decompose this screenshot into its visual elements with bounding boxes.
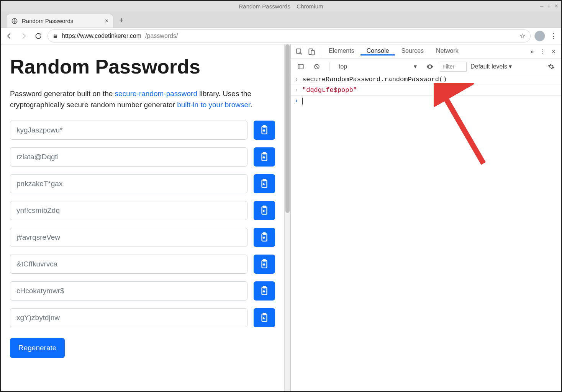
regenerate-button[interactable]: Regenerate: [10, 338, 65, 358]
copy-password-button[interactable]: [254, 147, 275, 167]
nav-forward-button[interactable]: [18, 31, 29, 41]
svg-rect-20: [298, 64, 303, 69]
nav-reload-button[interactable]: [33, 31, 44, 41]
console-line-input: › secureRandomPassword.randomPassword(): [291, 74, 561, 85]
console-filter-input[interactable]: [440, 62, 467, 72]
lock-icon: [52, 33, 58, 39]
devtools-panel: ElementsConsoleSourcesNetwork » ⋮ × top …: [290, 44, 561, 391]
console-context-label: top: [339, 63, 347, 70]
copy-password-button[interactable]: [254, 121, 275, 140]
svg-rect-10: [263, 233, 266, 234]
console-prompt[interactable]: ›: [291, 96, 561, 106]
console-result-text: "dqdgLfe$popb": [302, 87, 357, 94]
svg-rect-4: [263, 152, 266, 154]
svg-rect-2: [263, 126, 266, 127]
omnibox[interactable]: https://www.codetinkerer.com/passwords/ …: [48, 29, 531, 42]
clipboard-paste-icon: [259, 232, 269, 242]
console-prompt-chevron-icon: ›: [294, 97, 299, 105]
console-levels-label: Default levels: [470, 63, 507, 70]
copy-password-button[interactable]: [254, 174, 275, 193]
password-input[interactable]: [10, 201, 247, 220]
link-built-in-browser[interactable]: built-in to your browser: [177, 101, 250, 109]
password-input[interactable]: [10, 121, 247, 140]
url-host: https://www.codetinkerer.com: [62, 33, 141, 39]
password-row: [10, 228, 275, 247]
svg-rect-12: [263, 260, 266, 261]
console-input-chevron-icon: ›: [294, 76, 299, 83]
link-secure-random-password[interactable]: secure-random-password: [115, 90, 197, 98]
console-settings-icon[interactable]: [545, 60, 557, 73]
password-row: [10, 174, 275, 193]
password-input[interactable]: [10, 228, 247, 247]
window-titlebar: Random Passwords – Chromium – + ×: [1, 1, 561, 11]
bookmark-star-icon[interactable]: ☆: [519, 32, 526, 40]
svg-rect-16: [263, 313, 266, 315]
devtools-tab-console[interactable]: Console: [360, 47, 395, 56]
clipboard-paste-icon: [259, 179, 269, 189]
console-context-select[interactable]: top ▾: [336, 61, 420, 72]
device-toolbar-icon[interactable]: [305, 46, 318, 58]
devtools-tab-network[interactable]: Network: [430, 47, 465, 54]
tabstrip: Random Passwords × +: [1, 11, 561, 28]
clipboard-paste-icon: [259, 286, 269, 296]
clipboard-paste-icon: [259, 152, 269, 162]
svg-rect-14: [263, 286, 266, 288]
password-row: [10, 281, 275, 301]
nav-back-button[interactable]: [4, 31, 15, 41]
profile-avatar[interactable]: [534, 31, 545, 41]
browser-menu-icon[interactable]: ⋮: [549, 32, 558, 40]
window-minimize-icon[interactable]: –: [540, 3, 543, 10]
password-input[interactable]: [10, 281, 247, 301]
window-close-icon[interactable]: ×: [555, 3, 558, 10]
clipboard-paste-icon: [259, 206, 269, 216]
clipboard-paste-icon: [259, 125, 269, 135]
devtools-tabbar: ElementsConsoleSourcesNetwork » ⋮ ×: [291, 44, 561, 59]
console-levels-select[interactable]: Default levels ▾: [470, 63, 512, 70]
page-title: Random Passwords: [10, 55, 275, 78]
copy-password-button[interactable]: [254, 201, 275, 220]
live-expression-icon[interactable]: [424, 60, 436, 73]
intro-text: .: [250, 101, 252, 109]
page-viewport: Random Passwords Password generator buil…: [1, 44, 290, 391]
copy-password-button[interactable]: [254, 255, 275, 274]
password-row: [10, 121, 275, 140]
console-output-chevron-icon: ‹: [294, 87, 299, 94]
new-tab-button[interactable]: +: [116, 15, 127, 26]
intro-text: Password generator built on the: [10, 90, 115, 98]
password-input[interactable]: [10, 255, 247, 274]
console-toolbar: top ▾ Default levels ▾: [291, 59, 561, 74]
devtools-tab-sources[interactable]: Sources: [395, 47, 430, 54]
browser-tab[interactable]: Random Passwords ×: [6, 14, 113, 28]
page-intro: Password generator built on the secure-r…: [10, 88, 275, 111]
copy-password-button[interactable]: [254, 281, 275, 301]
clipboard-paste-icon: [259, 313, 269, 323]
scrollbar-thumb[interactable]: [285, 44, 290, 213]
tab-close-icon[interactable]: ×: [105, 18, 108, 24]
svg-rect-19: [311, 50, 314, 55]
svg-rect-6: [263, 179, 266, 181]
console-line-output: ‹ "dqdgLfe$popb": [291, 85, 561, 96]
console-sidebar-toggle-icon[interactable]: [295, 60, 307, 73]
password-row: [10, 147, 275, 167]
password-row: [10, 255, 275, 274]
inspect-element-icon[interactable]: [293, 46, 305, 58]
tab-title: Random Passwords: [22, 18, 101, 24]
url-path: /passwords/: [145, 33, 178, 39]
password-input[interactable]: [10, 147, 247, 167]
devtools-tab-elements[interactable]: Elements: [323, 47, 360, 54]
clipboard-paste-icon: [259, 259, 269, 269]
devtools-menu-icon[interactable]: ⋮: [537, 46, 548, 58]
password-row: [10, 201, 275, 220]
devtools-more-tabs-icon[interactable]: »: [527, 46, 537, 58]
password-input[interactable]: [10, 174, 247, 193]
window-maximize-icon[interactable]: +: [547, 3, 551, 10]
copy-password-button[interactable]: [254, 308, 275, 327]
password-input[interactable]: [10, 308, 247, 327]
address-bar: https://www.codetinkerer.com/passwords/ …: [1, 28, 561, 44]
svg-rect-8: [263, 206, 266, 207]
page-scrollbar[interactable]: [284, 44, 290, 391]
password-list: [10, 121, 275, 327]
devtools-close-icon[interactable]: ×: [548, 46, 559, 58]
console-clear-icon[interactable]: [311, 60, 323, 73]
copy-password-button[interactable]: [254, 228, 275, 247]
